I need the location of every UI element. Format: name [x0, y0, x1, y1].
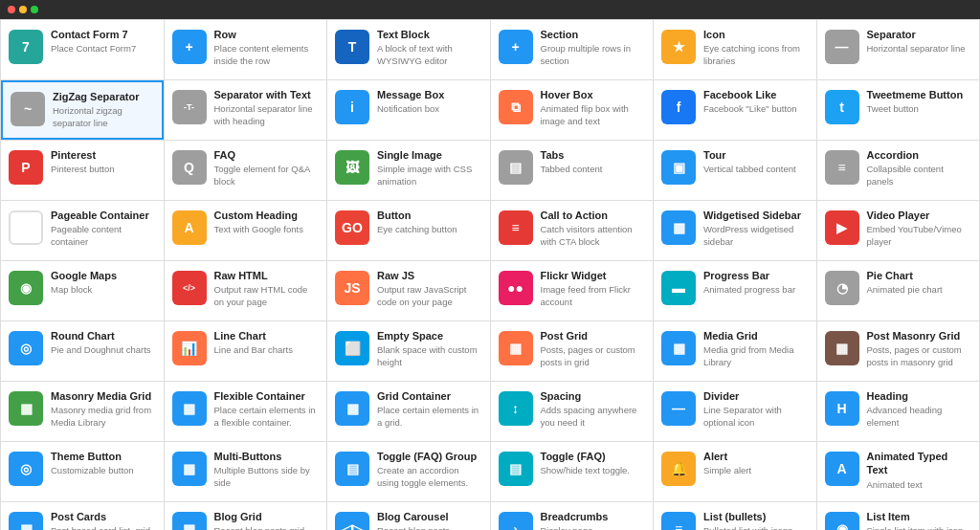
item-title-39: Grid Container	[377, 389, 482, 403]
item-title-23: Widgetised Sidebar	[703, 209, 809, 222]
item-desc-20: Text with Google fonts	[214, 224, 320, 235]
item-title-3: Text Block	[377, 28, 482, 41]
item-icon-12: t	[825, 90, 859, 124]
grid-item-6[interactable]: —SeparatorHorizontal separator line	[817, 20, 980, 79]
grid-item-21[interactable]: GOButtonEye catching button	[327, 201, 490, 260]
item-title-49: Post Cards	[51, 510, 156, 523]
grid-item-8[interactable]: -T-Separator with TextHorizontal separat…	[165, 80, 327, 140]
item-icon-24: ▶	[825, 210, 859, 245]
grid-item-48[interactable]: AAnimated Typed TextAnimated text	[817, 442, 980, 501]
grid-item-40[interactable]: ↕SpacingAdds spacing anywhere you need i…	[491, 382, 654, 441]
item-icon-17: ▣	[661, 150, 696, 185]
grid-item-14[interactable]: QFAQToggle element for Q&A block	[165, 141, 327, 200]
item-icon-19: …	[9, 210, 43, 245]
item-desc-36: Posts, pages or custom posts in masonry …	[867, 344, 972, 368]
grid-item-4[interactable]: +SectionGroup multiple rows in section	[491, 20, 654, 79]
item-desc-19: Pageable content container	[51, 224, 156, 248]
item-icon-6: —	[825, 30, 859, 64]
grid-item-43[interactable]: ◎Theme ButtonCustomizable button	[1, 442, 164, 501]
grid-item-5[interactable]: ★IconEye catching icons from libraries	[654, 20, 816, 79]
grid-item-25[interactable]: ◉Google MapsMap block	[1, 261, 164, 320]
item-desc-50: Recent blog posts grid	[214, 525, 320, 530]
grid-item-22[interactable]: ≡Call to ActionCatch visitors attention …	[491, 201, 654, 260]
item-title-54: List Item	[867, 510, 972, 523]
grid-item-36[interactable]: ▦Post Masonry GridPosts, pages or custom…	[817, 321, 980, 381]
grid-item-51[interactable]: ◁▷Blog CarouselRecent blog posts carouse…	[327, 502, 490, 530]
item-icon-4: +	[499, 30, 533, 64]
grid-item-28[interactable]: ●●Flickr WidgetImage feed from Flickr ac…	[491, 261, 654, 320]
grid-item-39[interactable]: ▦Grid ContainerPlace certain elements in…	[327, 382, 490, 441]
item-desc-47: Simple alert	[703, 465, 809, 476]
grid-item-53[interactable]: ≡List (bullets)Bulleted list with icons	[654, 502, 816, 530]
grid-item-13[interactable]: PPinterestPinterest button	[1, 141, 164, 200]
grid-item-33[interactable]: ⬜Empty SpaceBlank space with custom heig…	[327, 321, 490, 381]
item-icon-41: —	[661, 391, 696, 426]
grid-item-3[interactable]: TText BlockA block of text with WYSIWYG …	[327, 20, 490, 79]
item-icon-25: ◉	[9, 271, 43, 305]
item-icon-51: ◁▷	[335, 512, 369, 530]
item-icon-52: ›	[499, 512, 533, 530]
item-desc-13: Pinterest button	[51, 164, 156, 175]
item-title-5: Icon	[703, 28, 809, 41]
item-icon-33: ⬜	[335, 331, 369, 365]
grid-item-29[interactable]: ▬Progress BarAnimated progress bar	[654, 261, 816, 320]
grid-item-1[interactable]: 7Contact Form 7Place Contact Form7	[1, 20, 164, 79]
grid-item-44[interactable]: ▦Multi-ButtonsMultiple Buttons side by s…	[165, 442, 327, 501]
item-desc-9: Notification box	[377, 103, 482, 115]
grid-item-47[interactable]: 🔔AlertSimple alert	[654, 442, 816, 501]
grid-item-19[interactable]: …Pageable ContainerPageable content cont…	[1, 201, 164, 260]
item-title-6: Separator	[867, 28, 972, 41]
item-desc-10: Animated flip box with image and text	[541, 103, 646, 127]
grid-item-2[interactable]: +RowPlace content elements inside the ro…	[165, 20, 327, 79]
item-desc-1: Place Contact Form7	[51, 43, 156, 55]
grid-item-27[interactable]: JSRaw JSOutput raw JavaScript code on yo…	[327, 261, 490, 320]
grid-item-24[interactable]: ▶Video PlayerEmbed YouTube/Vimeo player	[817, 201, 980, 260]
item-desc-16: Tabbed content	[541, 164, 646, 175]
item-desc-41: Line Separator with optional icon	[703, 405, 809, 429]
item-title-20: Custom Heading	[214, 209, 320, 222]
grid-item-15[interactable]: 🖼Single ImageSimple image with CSS anima…	[327, 141, 490, 200]
item-desc-4: Group multiple rows in section	[541, 43, 646, 67]
grid-item-32[interactable]: 📊Line ChartLine and Bar charts	[165, 321, 327, 381]
grid-item-45[interactable]: ▤Toggle (FAQ) GroupCreate an accordion u…	[327, 442, 490, 501]
grid-item-38[interactable]: ▦Flexible ContainerPlace certain element…	[165, 382, 327, 441]
grid-item-46[interactable]: ▤Toggle (FAQ)Show/hide text toggle.	[491, 442, 654, 501]
item-title-21: Button	[377, 209, 482, 222]
item-icon-28: ●●	[499, 271, 533, 305]
item-desc-24: Embed YouTube/Vimeo player	[867, 224, 972, 248]
grid-item-41[interactable]: —DividerLine Separator with optional ico…	[654, 382, 816, 441]
item-title-28: Flickr Widget	[541, 269, 646, 282]
grid-item-49[interactable]: ▦Post CardsPost based card list, grid or…	[1, 502, 164, 530]
grid-item-18[interactable]: ≡AccordionCollapsible content panels	[817, 141, 980, 200]
item-icon-37: ▦	[9, 391, 43, 426]
grid-item-26[interactable]: </>Raw HTMLOutput raw HTML code on your …	[165, 261, 327, 320]
grid-item-35[interactable]: ▦Media GridMedia grid from Media Library	[654, 321, 816, 381]
item-icon-46: ▤	[499, 452, 533, 486]
item-icon-44: ▦	[172, 452, 207, 486]
grid-item-10[interactable]: ⧉Hover BoxAnimated flip box with image a…	[491, 80, 654, 140]
item-title-30: Pie Chart	[867, 269, 972, 282]
grid-item-23[interactable]: ▦Widgetised SidebarWordPress widgetised …	[654, 201, 816, 260]
grid-item-50[interactable]: ▦Blog GridRecent blog posts grid	[165, 502, 327, 530]
grid-item-42[interactable]: HHeadingAdvanced heading element	[817, 382, 980, 441]
grid-item-54[interactable]: ◉List ItemSingle list item with icon	[817, 502, 980, 530]
grid-item-7[interactable]: ~ZigZag SeparatorHorizontal zigzag separ…	[1, 80, 164, 140]
grid-item-31[interactable]: ◎Round ChartPie and Doughnut charts	[1, 321, 164, 381]
grid-item-34[interactable]: ▦Post GridPosts, pages or custom posts i…	[491, 321, 654, 381]
grid-item-30[interactable]: ◔Pie ChartAnimated pie chart	[817, 261, 980, 320]
grid-item-17[interactable]: ▣TourVertical tabbed content	[654, 141, 816, 200]
item-desc-8: Horizontal separator line with heading	[214, 103, 320, 127]
grid-item-9[interactable]: iMessage BoxNotification box	[327, 80, 490, 140]
grid-item-11[interactable]: fFacebook LikeFacebook "Like" button	[654, 80, 816, 140]
grid-item-12[interactable]: tTweetmeme ButtonTweet button	[817, 80, 980, 140]
item-title-33: Empty Space	[377, 329, 482, 342]
grid-item-20[interactable]: ACustom HeadingText with Google fonts	[165, 201, 327, 260]
item-desc-30: Animated pie chart	[867, 284, 972, 296]
grid-item-37[interactable]: ▦Masonry Media GridMasonry media grid fr…	[1, 382, 164, 441]
item-title-48: Animated Typed Text	[867, 450, 972, 477]
item-title-50: Blog Grid	[214, 510, 320, 523]
grid-item-16[interactable]: ▤TabsTabbed content	[491, 141, 654, 200]
grid-item-52[interactable]: ›BreadcrumbsDisplay page breadcrumbs	[491, 502, 654, 530]
item-icon-40: ↕	[499, 391, 533, 426]
item-icon-31: ◎	[9, 331, 43, 365]
